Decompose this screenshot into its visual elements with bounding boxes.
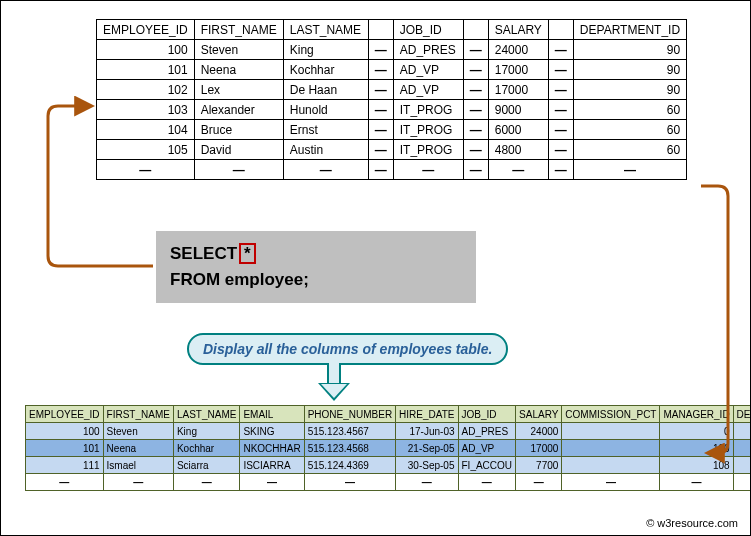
cell-hire-date: 21-Sep-05: [396, 440, 458, 457]
cell-salary: 6000: [488, 120, 548, 140]
table-row: 100StevenKingSKING515.123.456717-Jun-03A…: [26, 423, 752, 440]
cell-department-id: 90: [573, 80, 686, 100]
sql-query-box: SELECT* FROM employee;: [156, 231, 476, 303]
callout-arrow-stem: [327, 363, 341, 385]
table-row: 105DavidAustin—IT_PROG—4800—60: [97, 140, 687, 160]
cell-gap: —: [548, 60, 573, 80]
col-department-id: DEPARTMENT_ID: [573, 20, 686, 40]
cell-gap: —: [548, 80, 573, 100]
cell-salary: 17000: [516, 440, 562, 457]
col-salary: SALARY: [488, 20, 548, 40]
cell-last-name: Austin: [283, 140, 368, 160]
cell-job-id: FI_ACCOU: [458, 457, 516, 474]
cell-dash: —: [103, 474, 173, 491]
cell-first-name: Steven: [194, 40, 283, 60]
cell-phone: 515.123.4568: [304, 440, 395, 457]
cell-gap: —: [368, 40, 393, 60]
cell-first-name: Neena: [194, 60, 283, 80]
col-first-name: FIRST_NAME: [103, 406, 173, 423]
table-row-ellipsis: ———————————: [26, 474, 752, 491]
cell-first-name: David: [194, 140, 283, 160]
cell-last-name: De Haan: [283, 80, 368, 100]
credit-text: © w3resource.com: [646, 517, 738, 529]
cell-dash: —: [304, 474, 395, 491]
cell-job-id: AD_PRES: [458, 423, 516, 440]
cell-dash: —: [283, 160, 368, 180]
cell-last-name: King: [283, 40, 368, 60]
cell-employee-id: 101: [97, 60, 195, 80]
cell-job-id: AD_VP: [393, 60, 463, 80]
cell-employee-id: 105: [97, 140, 195, 160]
cell-first-name: Ismael: [103, 457, 173, 474]
cell-last-name: Kochhar: [283, 60, 368, 80]
result-employee-table: EMPLOYEE_ID FIRST_NAME LAST_NAME EMAIL P…: [25, 405, 751, 491]
cell-dash: —: [660, 474, 733, 491]
cell-dash: —: [393, 160, 463, 180]
cell-salary: 17000: [488, 80, 548, 100]
cell-department-id: 90: [573, 60, 686, 80]
cell-job-id: AD_PRES: [393, 40, 463, 60]
cell-last-name: Sciarra: [173, 457, 239, 474]
cell-gap: —: [463, 80, 488, 100]
cell-gap: —: [463, 100, 488, 120]
cell-department-id: 90: [733, 423, 751, 440]
col-commission: COMMISSION_PCT: [562, 406, 660, 423]
cell-department-id: 60: [573, 140, 686, 160]
cell-dash: —: [173, 474, 239, 491]
cell-gap: —: [368, 60, 393, 80]
cell-manager-id: 100: [660, 440, 733, 457]
col-hire-date: HIRE_DATE: [396, 406, 458, 423]
cell-job-id: AD_VP: [458, 440, 516, 457]
table-row: 103AlexanderHunold—IT_PROG—9000—60: [97, 100, 687, 120]
col-last-name: LAST_NAME: [283, 20, 368, 40]
cell-first-name: Bruce: [194, 120, 283, 140]
cell-email: SKING: [240, 423, 304, 440]
cell-employee-id: 111: [26, 457, 104, 474]
cell-hire-date: 17-Jun-03: [396, 423, 458, 440]
cell-employee-id: 103: [97, 100, 195, 120]
cell-dash: —: [733, 474, 751, 491]
cell-dash: —: [396, 474, 458, 491]
col-employee-id: EMPLOYEE_ID: [97, 20, 195, 40]
cell-employee-id: 100: [97, 40, 195, 60]
cell-phone: 515.124.4369: [304, 457, 395, 474]
cell-manager-id: 108: [660, 457, 733, 474]
cell-employee-id: 100: [26, 423, 104, 440]
cell-gap: —: [548, 40, 573, 60]
col-job-id: JOB_ID: [458, 406, 516, 423]
col-manager-id: MANAGER_ID: [660, 406, 733, 423]
col-gap: [463, 20, 488, 40]
table-row-ellipsis: —————————: [97, 160, 687, 180]
table-row: 101NeenaKochharNKOCHHAR515.123.456821-Se…: [26, 440, 752, 457]
col-job-id: JOB_ID: [393, 20, 463, 40]
cell-employee-id: 104: [97, 120, 195, 140]
cell-gap: —: [368, 100, 393, 120]
cell-gap: —: [548, 120, 573, 140]
cell-dash: —: [573, 160, 686, 180]
cell-last-name: King: [173, 423, 239, 440]
cell-email: ISCIARRA: [240, 457, 304, 474]
col-last-name: LAST_NAME: [173, 406, 239, 423]
cell-gap: —: [368, 120, 393, 140]
sql-star-wildcard: *: [239, 243, 256, 264]
col-gap: [548, 20, 573, 40]
cell-salary: 7700: [516, 457, 562, 474]
cell-salary: 4800: [488, 140, 548, 160]
col-first-name: FIRST_NAME: [194, 20, 283, 40]
table-header-row: EMPLOYEE_ID FIRST_NAME LAST_NAME JOB_ID …: [97, 20, 687, 40]
cell-salary: 9000: [488, 100, 548, 120]
cell-gap: —: [548, 100, 573, 120]
cell-job-id: AD_VP: [393, 80, 463, 100]
sql-select-keyword: SELECT: [170, 244, 237, 263]
cell-first-name: Alexander: [194, 100, 283, 120]
col-department-id: DEPARTMENT_ID: [733, 406, 751, 423]
cell-dash: —: [516, 474, 562, 491]
cell-department-id: 90: [733, 440, 751, 457]
cell-last-name: Ernst: [283, 120, 368, 140]
cell-manager-id: 0: [660, 423, 733, 440]
cell-dash: —: [26, 474, 104, 491]
cell-gap: —: [368, 80, 393, 100]
cell-commission: [562, 423, 660, 440]
cell-department-id: 100: [733, 457, 751, 474]
col-gap: [368, 20, 393, 40]
